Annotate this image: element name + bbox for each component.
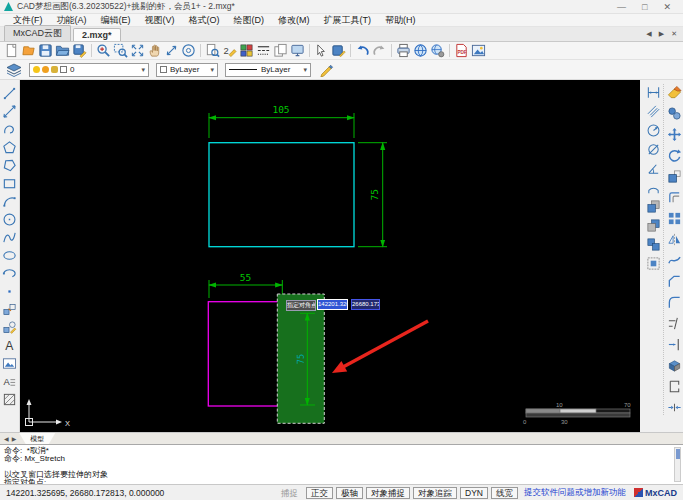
open-icon[interactable] xyxy=(54,42,71,59)
layer-combobox[interactable]: 0 ▾ xyxy=(29,63,149,77)
cyan-rectangle[interactable] xyxy=(209,143,354,247)
attdef-icon[interactable]: A xyxy=(1,372,19,390)
zoom-circle-icon[interactable] xyxy=(180,42,197,59)
document-tab-1[interactable]: 2.mxg* xyxy=(73,28,121,41)
point-icon[interactable] xyxy=(1,282,19,300)
curve-icon[interactable] xyxy=(666,252,682,268)
redo-icon[interactable] xyxy=(371,42,388,59)
document-tab-0[interactable]: MxCAD云图 xyxy=(4,25,71,41)
menu-item-4[interactable]: 格式(O) xyxy=(182,14,227,27)
pdf-export-icon[interactable]: PDF xyxy=(453,42,470,59)
polygon2-icon[interactable] xyxy=(1,156,19,174)
edit-text-icon[interactable]: 2 xyxy=(221,42,238,59)
polyline-icon[interactable] xyxy=(1,120,19,138)
copy-icon[interactable] xyxy=(272,42,289,59)
rotate-icon[interactable] xyxy=(666,147,682,163)
draw-pencil-icon[interactable] xyxy=(318,61,335,78)
erase-icon[interactable] xyxy=(666,84,682,100)
zoom-window-icon[interactable] xyxy=(112,42,129,59)
command-window[interactable]: 命令: *取消*命令: Mx_Stretch以交叉窗口选择要拉伸的对象指定对角点… xyxy=(0,444,683,484)
tab-close-icon[interactable]: ✕ xyxy=(671,30,677,38)
zoom-in-icon[interactable] xyxy=(95,42,112,59)
copy-mod-icon[interactable] xyxy=(666,105,682,121)
status-toggle-6[interactable]: 线宽 xyxy=(491,487,518,499)
status-toggle-4[interactable]: 对象追踪 xyxy=(413,487,457,499)
tab-model[interactable]: 模型 xyxy=(19,433,55,444)
dyn-x-input[interactable]: 142201.326 xyxy=(317,299,348,310)
match-2-icon[interactable] xyxy=(646,217,662,233)
open-drawing-icon[interactable] xyxy=(20,42,37,59)
chamfer-icon[interactable] xyxy=(666,273,682,289)
magenta-rectangle[interactable] xyxy=(208,302,285,406)
save-config-icon[interactable] xyxy=(330,42,347,59)
undo-icon[interactable] xyxy=(354,42,371,59)
ellipse-arc-icon[interactable] xyxy=(1,264,19,282)
break-icon[interactable] xyxy=(666,378,682,394)
zoom-axes-icon[interactable] xyxy=(163,42,180,59)
match-1-icon[interactable] xyxy=(646,198,662,214)
web-icon[interactable] xyxy=(412,42,429,59)
xline-icon[interactable] xyxy=(1,102,19,120)
web-publish-icon[interactable] xyxy=(429,42,446,59)
pan-icon[interactable] xyxy=(146,42,163,59)
dim-arc-icon[interactable] xyxy=(646,179,662,195)
dim-aligned-icon[interactable] xyxy=(646,103,662,119)
layer-palette-icon[interactable] xyxy=(238,42,255,59)
image-export-icon[interactable] xyxy=(470,42,487,59)
rectangle-icon[interactable] xyxy=(1,174,19,192)
dimension-55[interactable]: 55 xyxy=(209,272,282,298)
layer-manager-icon[interactable] xyxy=(5,61,22,78)
linetype-combobox[interactable]: ByLayer ▾ xyxy=(225,63,311,77)
join-icon[interactable] xyxy=(666,399,682,415)
drawing-canvas[interactable]: 105 75 55 75 xyxy=(20,80,640,432)
dimension-105[interactable]: 105 xyxy=(209,104,354,138)
red-arrow-annotation[interactable] xyxy=(332,321,428,373)
dim-linear-icon[interactable] xyxy=(646,84,662,100)
spline-icon[interactable] xyxy=(1,228,19,246)
dim-radius-icon[interactable] xyxy=(646,122,662,138)
line-icon[interactable] xyxy=(1,84,19,102)
save-as-icon[interactable] xyxy=(71,42,88,59)
fillet-icon[interactable] xyxy=(666,294,682,310)
ellipse-icon[interactable] xyxy=(1,246,19,264)
select-icon[interactable] xyxy=(313,42,330,59)
find-icon[interactable] xyxy=(204,42,221,59)
dim-diameter-icon[interactable] xyxy=(646,141,662,157)
color-combobox[interactable]: ByLayer ▾ xyxy=(156,63,218,77)
match-4-icon[interactable] xyxy=(646,255,662,271)
status-toggle-1[interactable]: 正交 xyxy=(306,487,333,499)
text-icon[interactable]: A xyxy=(1,336,19,354)
menu-item-3[interactable]: 视图(V) xyxy=(138,14,182,27)
extend-icon[interactable] xyxy=(666,336,682,352)
status-toggle-3[interactable]: 对象捕捉 xyxy=(366,487,410,499)
menu-item-8[interactable]: 帮助(H) xyxy=(378,14,423,27)
command-scrollbar-thumb[interactable] xyxy=(676,449,680,459)
layout-nav-right-icon[interactable]: ▶ xyxy=(12,435,17,442)
dyn-y-input[interactable]: 26680.173 xyxy=(351,299,380,310)
menu-item-7[interactable]: 扩展工具(T) xyxy=(317,14,379,27)
status-toggle-5[interactable]: DYN xyxy=(460,487,488,499)
scale-icon[interactable] xyxy=(666,168,682,184)
block-icon[interactable] xyxy=(1,300,19,318)
close-button[interactable]: ✕ xyxy=(663,1,671,13)
save-icon[interactable] xyxy=(37,42,54,59)
circle-icon[interactable] xyxy=(1,210,19,228)
array-icon[interactable] xyxy=(666,210,682,226)
mirror-icon[interactable] xyxy=(666,231,682,247)
linetype-list-icon[interactable] xyxy=(255,42,272,59)
offset-icon[interactable] xyxy=(666,189,682,205)
print-icon[interactable] xyxy=(395,42,412,59)
minimize-button[interactable]: — xyxy=(617,1,626,13)
tab-scroll-left-icon[interactable]: ◀ xyxy=(646,30,651,38)
arc-icon[interactable] xyxy=(1,192,19,210)
wblock-icon[interactable] xyxy=(1,318,19,336)
explode-icon[interactable] xyxy=(666,357,682,373)
maximize-button[interactable]: □ xyxy=(642,1,647,13)
polygon-icon[interactable] xyxy=(1,138,19,156)
layout-nav-left-icon[interactable]: ◀ xyxy=(4,435,9,442)
command-scrollbar[interactable] xyxy=(674,447,681,482)
status-toggle-0[interactable]: 捕捉 xyxy=(276,487,303,499)
zoom-extents-icon[interactable] xyxy=(129,42,146,59)
menu-item-5[interactable]: 绘图(D) xyxy=(227,14,272,27)
dim-angular-icon[interactable] xyxy=(646,160,662,176)
